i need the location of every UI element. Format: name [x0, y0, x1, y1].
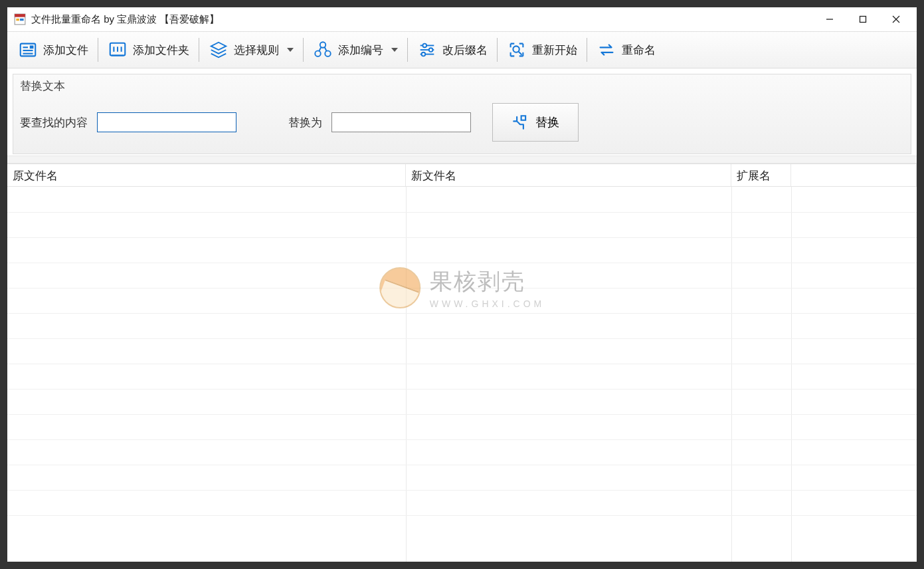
chevron-down-icon	[287, 48, 294, 52]
svg-point-25	[422, 44, 426, 48]
col-new[interactable]: 新文件名	[406, 164, 731, 186]
col-ext[interactable]: 扩展名	[731, 164, 791, 186]
close-button[interactable]	[879, 9, 913, 30]
toolbar-separator	[98, 38, 98, 62]
svg-marker-18	[211, 43, 227, 50]
change-ext-button[interactable]: 改后缀名	[411, 35, 494, 64]
watermark-sub: WWW.GHXI.COM	[430, 298, 545, 309]
minimize-button[interactable]	[813, 9, 846, 30]
gap-bar	[7, 156, 917, 164]
replace-button[interactable]: 替换	[492, 103, 579, 142]
svg-line-31	[519, 52, 522, 55]
svg-point-29	[422, 53, 426, 57]
cycle-icon	[597, 40, 616, 60]
maximize-button[interactable]	[846, 9, 879, 30]
panel-title: 替换文本	[13, 74, 911, 94]
layers-icon	[209, 40, 229, 60]
svg-line-22	[319, 47, 321, 51]
toolbar-separator	[303, 38, 304, 62]
toolbar-label: 重新开始	[532, 43, 577, 58]
svg-point-30	[513, 46, 519, 52]
add-folder-button[interactable]: 添加文件夹	[101, 35, 196, 64]
svg-line-23	[325, 47, 327, 51]
svg-point-27	[429, 48, 433, 52]
add-number-button[interactable]: 添加编号	[306, 35, 405, 64]
svg-rect-5	[860, 17, 866, 23]
rename-button[interactable]: 重命名	[590, 35, 662, 64]
app-window: 文件批量重命名 by 宝鼎波波 【吾爱破解】 添加文件 添加文件夹 选择规则	[7, 7, 917, 562]
svg-point-20	[315, 51, 320, 56]
col-original[interactable]: 原文件名	[7, 164, 406, 186]
col-spacer	[791, 164, 917, 186]
rescan-icon	[507, 40, 527, 60]
replace-input[interactable]	[331, 112, 471, 132]
window-controls	[813, 9, 913, 30]
toolbar-label: 添加编号	[338, 43, 383, 58]
toolbar-separator	[199, 38, 199, 62]
replace-button-label: 替换	[535, 114, 559, 130]
toolbar-separator	[407, 38, 408, 62]
replace-label: 替换为	[288, 115, 322, 130]
toolbar-label: 选择规则	[234, 43, 279, 58]
file-add-icon	[18, 40, 38, 60]
sliders-icon	[417, 40, 437, 60]
file-table: 原文件名 新文件名 扩展名 果核剥壳	[7, 164, 917, 562]
svg-point-21	[325, 51, 330, 56]
toolbar: 添加文件 添加文件夹 选择规则 添加编号 改后缀名 重新开始	[7, 31, 917, 68]
table-header: 原文件名 新文件名 扩展名	[7, 164, 917, 187]
toolbar-label: 添加文件夹	[133, 43, 189, 58]
window-title: 文件批量重命名 by 宝鼎波波 【吾爱破解】	[31, 13, 813, 26]
toolbar-separator	[587, 38, 587, 62]
app-icon	[14, 13, 26, 25]
svg-point-19	[320, 42, 325, 47]
svg-rect-12	[30, 45, 34, 49]
chevron-down-icon	[391, 48, 398, 52]
folder-add-icon	[108, 40, 128, 60]
toolbar-label: 改后缀名	[442, 43, 488, 58]
svg-rect-3	[20, 19, 24, 21]
replace-panel: 替换文本 要查找的内容 替换为 替换	[13, 74, 911, 154]
toolbar-separator	[497, 38, 498, 62]
select-rule-button[interactable]: 选择规则	[202, 35, 300, 64]
watermark-main: 果核剥壳	[430, 267, 545, 297]
titlebar: 文件批量重命名 by 宝鼎波波 【吾爱破解】	[7, 7, 917, 31]
toolbar-label: 重命名	[622, 43, 656, 58]
svg-rect-2	[16, 19, 19, 21]
table-body[interactable]: 果核剥壳 WWW.GHXI.COM	[7, 187, 917, 562]
number-icon	[313, 40, 333, 60]
toolbar-label: 添加文件	[43, 43, 88, 58]
find-input[interactable]	[97, 112, 236, 132]
svg-rect-1	[15, 14, 25, 17]
replace-icon	[511, 114, 529, 131]
find-label: 要查找的内容	[20, 115, 88, 130]
restart-button[interactable]: 重新开始	[500, 35, 584, 64]
add-file-button[interactable]: 添加文件	[11, 35, 95, 64]
